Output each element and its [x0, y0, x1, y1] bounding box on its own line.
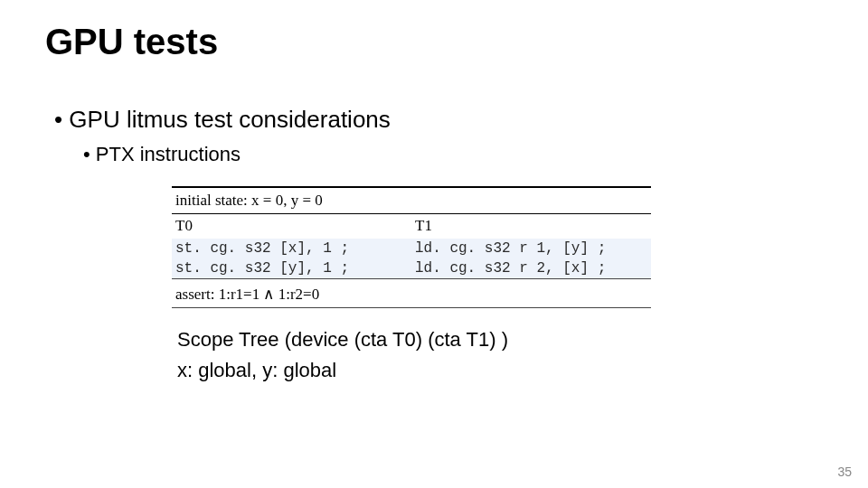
table-row: initial state: x = 0, y = 0	[172, 187, 651, 214]
litmus-table: initial state: x = 0, y = 0 T0 T1 st. cg…	[172, 186, 651, 308]
thread-header-right: T1	[411, 214, 651, 239]
caption-line-1: Scope Tree (device (cta T0) (cta T1) )	[177, 324, 868, 355]
initial-state-cell: initial state: x = 0, y = 0	[172, 187, 651, 214]
bullet-level-2: PTX instructions	[83, 143, 868, 166]
table-row: st. cg. s32 [x], 1 ; ld. cg. s32 r 1, [y…	[172, 239, 651, 258]
table-row: st. cg. s32 [y], 1 ; ld. cg. s32 r 2, [x…	[172, 258, 651, 279]
table-row: T0 T1	[172, 214, 651, 239]
bullet-list: GPU litmus test considerations PTX instr…	[54, 106, 868, 166]
code-cell-t1-0: ld. cg. s32 r 1, [y] ;	[411, 239, 651, 258]
slide: GPU tests GPU litmus test considerations…	[0, 0, 868, 488]
slide-title: GPU tests	[45, 22, 868, 62]
initial-state-label: initial state:	[175, 192, 248, 209]
caption-block: Scope Tree (device (cta T0) (cta T1) ) x…	[177, 324, 868, 386]
initial-state-expr: x = 0, y = 0	[251, 192, 323, 209]
page-number: 35	[837, 465, 852, 479]
litmus-table-container: initial state: x = 0, y = 0 T0 T1 st. cg…	[172, 186, 651, 308]
table-row	[172, 308, 651, 309]
table-row: assert: 1:r1=1 ∧ 1:r2=0	[172, 279, 651, 308]
assert-expr: 1:r1=1 ∧ 1:r2=0	[219, 286, 319, 303]
thread-header-left: T0	[172, 214, 411, 239]
assert-cell: assert: 1:r1=1 ∧ 1:r2=0	[172, 279, 651, 308]
assert-label: assert:	[175, 286, 214, 303]
caption-line-2: x: global, y: global	[177, 355, 868, 386]
code-cell-t0-1: st. cg. s32 [y], 1 ;	[172, 258, 411, 279]
code-cell-t1-1: ld. cg. s32 r 2, [x] ;	[411, 258, 651, 279]
code-cell-t0-0: st. cg. s32 [x], 1 ;	[172, 239, 411, 258]
bullet-level-1: GPU litmus test considerations	[54, 106, 868, 134]
rule-bottom	[172, 308, 651, 309]
